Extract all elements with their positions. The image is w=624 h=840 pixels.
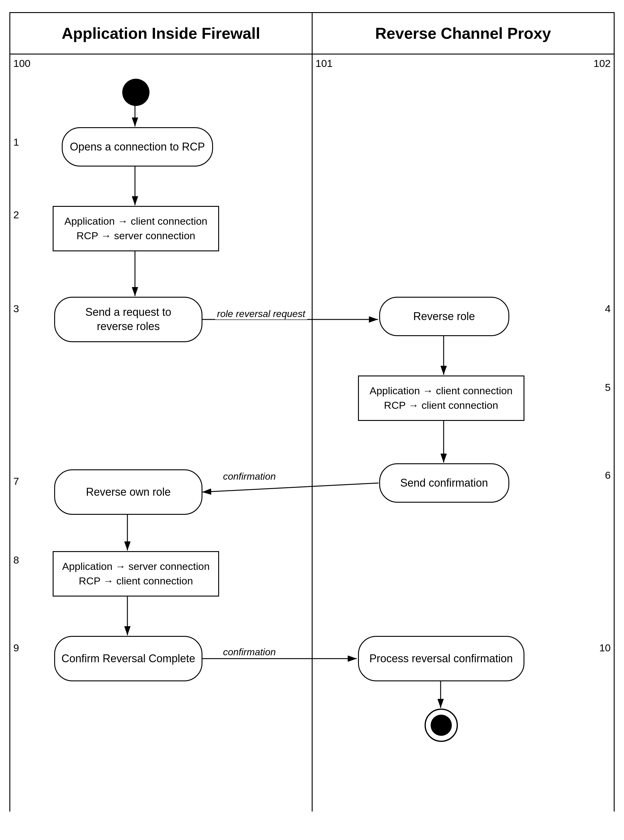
label-n4: 4 xyxy=(605,303,611,315)
node-10: Process reversal confirmation xyxy=(358,636,524,681)
label-101: 101 xyxy=(316,57,333,70)
node-7: Reverse own role xyxy=(54,469,202,515)
node-5: Application → client connection RCP → cl… xyxy=(358,376,524,421)
node-1: Opens a connection to RCP xyxy=(62,127,213,167)
end-circle-outer xyxy=(425,709,458,742)
label-n5: 5 xyxy=(605,382,611,393)
label-n3: 3 xyxy=(13,303,19,315)
lane-left: 100 1 Opens a connection to RCP 2 Applic… xyxy=(9,54,313,812)
node-8: Application → server connection RCP → cl… xyxy=(53,551,219,597)
label-n1: 1 xyxy=(13,136,19,148)
label-n6: 6 xyxy=(605,469,611,481)
label-n10: 10 xyxy=(599,642,611,654)
label-n8: 8 xyxy=(13,554,19,566)
node-3: Send a request to reverse roles xyxy=(54,297,202,342)
header: Application Inside Firewall Reverse Chan… xyxy=(9,12,615,54)
label-n9: 9 xyxy=(13,642,19,654)
header-left-title: Application Inside Firewall xyxy=(10,13,313,54)
start-circle xyxy=(122,79,150,106)
title-left: Application Inside Firewall xyxy=(62,24,260,42)
node-6: Send confirmation xyxy=(379,463,509,503)
arrow-label-confirmation1: confirmation xyxy=(221,471,278,482)
arrow-label-confirmation2: confirmation xyxy=(221,647,278,658)
lane-right: 101 102 4 Reverse role 5 Application → c… xyxy=(313,54,615,812)
arrow-label-role-reversal: role reversal request xyxy=(215,308,307,319)
diagram-container: Application Inside Firewall Reverse Chan… xyxy=(9,12,615,812)
label-102: 102 xyxy=(593,57,611,70)
header-right-title: Reverse Channel Proxy xyxy=(313,13,614,54)
node-4: Reverse role xyxy=(379,297,509,336)
label-100: 100 xyxy=(13,57,31,70)
swim-lanes: 100 1 Opens a connection to RCP 2 Applic… xyxy=(9,54,615,812)
end-circle-inner xyxy=(431,715,452,736)
title-right: Reverse Channel Proxy xyxy=(375,24,551,42)
node-9: Confirm Reversal Complete xyxy=(54,636,202,681)
node-2: Application → client connection RCP → se… xyxy=(53,206,219,251)
label-n2: 2 xyxy=(13,209,19,221)
label-n7: 7 xyxy=(13,475,19,487)
